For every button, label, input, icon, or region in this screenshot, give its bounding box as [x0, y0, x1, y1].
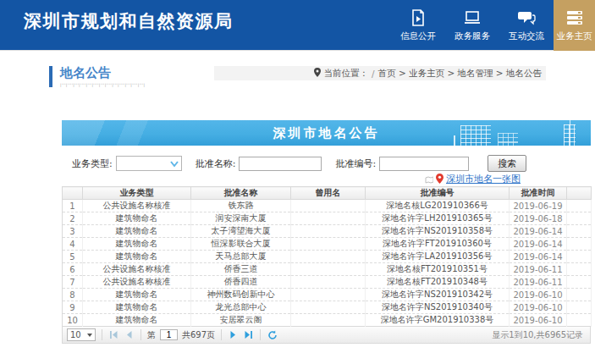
cell-approval-code: 深地名核FT201910348号 [366, 276, 510, 289]
cell-approval-code: 深地名许字LA201910356号 [366, 251, 510, 263]
table-row: 1 公共设施名称核准 铁东路 深地名核LG201910366号 2019-06-… [63, 200, 592, 212]
cell-approval-date: 2019-06-10 [510, 289, 567, 301]
nav-item-info-disclosure[interactable]: 信息公开 [391, 0, 445, 51]
section-title-block: 地名公告 |'''|''''|'''|''''|'''|''''|'''|'''… [49, 66, 146, 87]
cell-former-name [291, 263, 366, 276]
cell-business-type: 公共设施名称核准 [83, 263, 191, 276]
city-placename-map-link[interactable]: 深圳市地名一张图 [446, 173, 521, 185]
cell-filler [567, 251, 592, 263]
cell-filler [567, 289, 592, 301]
search-button[interactable]: 搜索 [488, 155, 526, 172]
banner-title: 深圳市地名公告 [62, 120, 591, 146]
table-header: 业务类型 批准名称 曾用名 批准编号 批准时间 [63, 187, 592, 200]
nav-item-business-home[interactable]: 业务主页 [554, 0, 595, 51]
cell-filler [567, 314, 592, 327]
business-type-select[interactable] [116, 156, 182, 171]
cell-row-number: 8 [63, 289, 83, 301]
cell-approved-name: 润安深南大厦 [191, 212, 291, 225]
next-page-button[interactable] [228, 329, 239, 340]
cell-approval-date: 2019-06-19 [510, 200, 567, 212]
cell-row-number: 6 [63, 263, 83, 276]
cell-filler [567, 238, 592, 251]
approved-name-input[interactable] [239, 157, 322, 171]
nav-item-label: 互动交流 [509, 30, 544, 42]
cell-approval-code: 深地名核LG201910366号 [366, 200, 510, 212]
map-fold-icon [425, 171, 433, 187]
cell-approved-name: 太子湾望海大厦 [191, 225, 291, 238]
cell-approved-name: 侨香四道 [191, 276, 291, 289]
page-size-value: 10 [70, 330, 81, 339]
pagination-bar: 10 第 共697页 [62, 327, 591, 344]
cell-approved-name: 龙光总部中心 [191, 301, 291, 314]
table-row: 9 建筑物命名 龙光总部中心 深地名许字NS201910340号 2019-06… [63, 301, 592, 314]
cell-approval-code: 深地名许字NS201910342号 [366, 289, 510, 301]
col-former-name: 曾用名 [291, 187, 366, 200]
cell-approval-code: 深地名许字NS201910340号 [366, 301, 510, 314]
stack-icon [565, 9, 584, 26]
pager-divider [221, 329, 222, 340]
breadcrumb-path[interactable]: 首页 > 业务主页 > 地名管理 > 地名公告 [378, 68, 542, 80]
cell-approval-date: 2019-06-10 [510, 314, 567, 327]
cell-filler [567, 263, 592, 276]
table-row: 4 建筑物命名 恒深影联合大厦 深地名许字FT201910360号 2019-0… [63, 238, 592, 251]
prev-page-button[interactable] [124, 329, 135, 340]
cell-business-type: 建筑物命名 [83, 289, 191, 301]
col-business-type: 业务类型 [83, 187, 191, 200]
pager-divider [260, 329, 261, 340]
site-header: 深圳市规划和自然资源局 信息公开 政务服务 互动交流 [0, 0, 595, 51]
page: 深圳市规划和自然资源局 信息公开 政务服务 互动交流 [0, 0, 595, 364]
cell-business-type: 建筑物命名 [83, 314, 191, 327]
nav-item-label: 政务服务 [455, 30, 490, 42]
cell-filler [567, 212, 592, 225]
nav-item-label: 信息公开 [400, 30, 436, 42]
col-filler [567, 187, 592, 200]
nav-item-label: 业务主页 [557, 30, 592, 42]
chat-icon [517, 9, 536, 26]
site-title: 深圳市规划和自然资源局 [24, 9, 234, 33]
cell-row-number: 3 [63, 225, 83, 238]
cell-business-type: 建筑物命名 [83, 225, 191, 238]
cell-approved-name: 安居翠云阁 [191, 314, 291, 327]
table-row: 5 建筑物命名 天马总部大厦 深地名许字LA201910356号 2019-06… [63, 251, 592, 263]
cell-former-name [291, 301, 366, 314]
cell-row-number: 10 [63, 314, 83, 327]
col-row-number [63, 187, 83, 200]
cell-former-name [291, 276, 366, 289]
approved-name-label: 批准名称: [196, 157, 236, 170]
approval-code-input[interactable] [379, 157, 469, 171]
cell-business-type: 公共设施名称核准 [83, 200, 191, 212]
table-row: 8 建筑物命名 神州数码创新中心 深地名许字NS201910342号 2019-… [63, 289, 592, 301]
section-subtitle-ticks: |'''|''''|'''|''''|'''|''''|'''|''''|'''… [60, 83, 146, 87]
section-head: 地名公告 |'''|''''|'''|''''|'''|''''|'''|'''… [49, 66, 546, 87]
top-nav: 信息公开 政务服务 互动交流 业务主页 [391, 0, 595, 51]
cell-business-type: 建筑物命名 [83, 301, 191, 314]
table-row: 2 建筑物命名 润安深南大厦 深地名许字LH201910365号 2019-06… [63, 212, 592, 225]
cell-former-name [291, 225, 366, 238]
pager-divider [102, 329, 102, 340]
cell-approval-code: 深地名许字FT201910360号 [366, 238, 510, 251]
cell-approval-code: 深地名许字LH201910365号 [366, 212, 510, 225]
cell-business-type: 公共设施名称核准 [83, 276, 191, 289]
map-link-row: 深圳市地名一张图 [62, 173, 591, 185]
refresh-button[interactable] [267, 329, 278, 340]
nav-item-interaction[interactable]: 互动交流 [499, 0, 554, 51]
records-summary: 显示1到10,共6965记录 [492, 329, 586, 341]
cell-former-name [291, 200, 366, 212]
page-prefix-label: 第 [147, 329, 156, 341]
approval-code-label: 批准编号: [335, 157, 376, 170]
cell-approved-name: 天马总部大厦 [191, 251, 291, 263]
table-row: 10 建筑物命名 安居翠云阁 深地名许字GM201910338号 2019-06… [63, 314, 592, 327]
panel-banner: 深圳市地名公告 [62, 120, 591, 146]
cell-approved-name: 神州数码创新中心 [191, 289, 291, 301]
cell-former-name [291, 238, 366, 251]
page-size-select[interactable]: 10 [67, 328, 96, 341]
cell-row-number: 1 [63, 200, 83, 212]
cell-row-number: 9 [63, 301, 83, 314]
last-page-button[interactable] [243, 329, 254, 340]
first-page-button[interactable] [108, 329, 119, 340]
cell-approval-date: 2019-06-11 [510, 263, 567, 276]
page-number-input[interactable] [160, 329, 178, 340]
cell-filler [567, 301, 592, 314]
nav-item-gov-service[interactable]: 政务服务 [445, 0, 499, 51]
cell-approval-date: 2019-06-14 [510, 238, 567, 251]
